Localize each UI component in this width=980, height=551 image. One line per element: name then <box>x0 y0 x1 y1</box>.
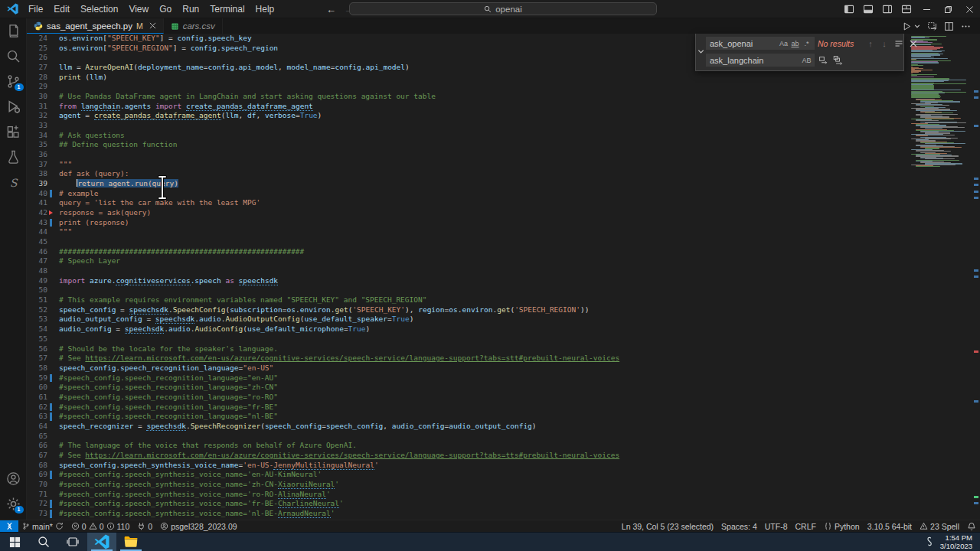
code-line[interactable]: 51# This example requires environment va… <box>27 295 980 305</box>
code-line[interactable]: 62#speech_config.speech_recognition_lang… <box>27 403 980 412</box>
settings-gear-icon[interactable]: 1 <box>0 491 27 517</box>
toggle-panel-icon[interactable] <box>858 0 877 18</box>
menu-terminal[interactable]: Terminal <box>204 0 250 18</box>
code-line[interactable]: 41query = 'list the car make with the le… <box>27 198 980 208</box>
code-line[interactable]: 32agent = create_pandas_dataframe_agent(… <box>27 111 980 121</box>
open-changes-icon[interactable] <box>927 21 937 31</box>
code-line[interactable]: 33 <box>27 121 980 131</box>
start-button[interactable] <box>0 533 29 551</box>
toggle-secondary-sidebar-icon[interactable] <box>877 0 897 18</box>
taskbar-search-icon[interactable] <box>29 533 58 551</box>
code-line[interactable]: 69#speech_config.speech_synthesis_voice_… <box>27 470 980 480</box>
toggle-primary-sidebar-icon[interactable] <box>839 0 858 18</box>
code-line[interactable]: 73#speech_config.speech_synthesis_voice_… <box>27 509 980 519</box>
taskbar-clock[interactable]: 1:54 PM 3/10/2023 <box>940 533 972 550</box>
code-line[interactable]: 29 <box>27 82 980 92</box>
find-next-icon[interactable]: ↓ <box>879 39 890 48</box>
code-line[interactable]: 35## Define question function <box>27 140 980 150</box>
minimap[interactable] <box>911 36 971 520</box>
split-editor-icon[interactable] <box>944 21 954 31</box>
taskbar-explorer-icon[interactable] <box>116 533 145 551</box>
source-control-icon[interactable]: 1 <box>0 69 27 94</box>
testing-icon[interactable] <box>0 145 27 170</box>
spell-checker-status[interactable]: 23 Spell <box>916 520 963 533</box>
explorer-icon[interactable] <box>0 18 27 44</box>
code-line[interactable]: 45 <box>27 237 980 247</box>
indentation-status[interactable]: Spaces: 4 <box>717 520 761 533</box>
eol-status[interactable]: CRLF <box>792 520 820 533</box>
code-line[interactable]: 57# See https://learn.microsoft.com/en-u… <box>27 354 980 364</box>
menu-selection[interactable]: Selection <box>75 0 123 18</box>
menu-run[interactable]: Run <box>177 0 204 18</box>
code-line[interactable]: 34# Ask questions <box>27 131 980 141</box>
code-line[interactable]: 63#speech_config.speech_recognition_lang… <box>27 412 980 422</box>
match-case-icon[interactable]: Aa <box>778 40 789 47</box>
code-line[interactable]: 28print (llm) <box>27 73 980 83</box>
customize-layout-icon[interactable] <box>897 0 916 18</box>
code-line[interactable]: 40# example <box>27 189 980 199</box>
tab-close-icon[interactable] <box>149 22 156 29</box>
remote-indicator[interactable] <box>0 520 18 533</box>
code-line[interactable]: 65 <box>27 432 980 442</box>
code-line[interactable]: 43print (response) <box>27 218 980 228</box>
cursor-position-status[interactable]: Ln 39, Col 5 (23 selected) <box>618 520 717 533</box>
ports-status[interactable]: 0 <box>133 520 156 533</box>
replace-all-icon[interactable] <box>832 55 844 65</box>
code-line[interactable]: 47# Speech Layer <box>27 256 980 266</box>
code-line[interactable]: 58speech_config.speech_recognition_langu… <box>27 364 980 373</box>
code-line[interactable]: 36 <box>27 150 980 160</box>
toggle-replace-chevron-icon[interactable] <box>697 36 704 67</box>
replace-icon[interactable] <box>818 55 829 65</box>
code-line[interactable]: 46######################################… <box>27 247 980 257</box>
close-window-button[interactable] <box>959 0 980 18</box>
sas-extension-icon[interactable]: S <box>0 170 27 195</box>
notifications-bell-icon[interactable] <box>963 520 980 533</box>
language-mode-status[interactable]: Python <box>820 520 864 533</box>
python-environment-status[interactable]: psgel328_2023.09 <box>156 520 240 533</box>
code-line[interactable]: 66# The language of the voice that respo… <box>27 441 980 451</box>
run-debug-icon[interactable] <box>0 94 27 119</box>
code-line[interactable]: 56# Should be the locale for the speaker… <box>27 344 980 354</box>
find-in-selection-icon[interactable] <box>893 39 904 48</box>
run-python-file-icon[interactable] <box>902 21 912 31</box>
find-previous-icon[interactable]: ↑ <box>865 39 876 48</box>
git-branch-status[interactable]: main* <box>18 520 67 533</box>
overview-ruler[interactable] <box>973 34 980 520</box>
code-line[interactable]: 70#speech_config.speech_synthesis_voice_… <box>27 480 980 490</box>
navigate-back-icon[interactable]: ← <box>326 4 336 15</box>
menu-go[interactable]: Go <box>154 0 177 18</box>
code-line[interactable]: 37""" <box>27 160 980 170</box>
taskbar-vscode-icon[interactable] <box>87 533 116 551</box>
python-version-status[interactable]: 3.10.5 64-bit <box>864 520 916 533</box>
task-view-icon[interactable] <box>58 533 87 551</box>
code-line[interactable]: 53audio_output_config = speechsdk.audio.… <box>27 315 980 324</box>
code-line[interactable]: 38def ask (query): <box>27 169 980 179</box>
code-line[interactable]: 64speech_recognizer = speechsdk.SpeechRe… <box>27 422 980 432</box>
code-line[interactable]: 31from langchain.agents import create_pa… <box>27 102 980 112</box>
problems-status[interactable]: 0 0 110 <box>67 520 133 533</box>
menu-view[interactable]: View <box>123 0 154 18</box>
code-line[interactable]: 54audio_config = speechsdk.audio.AudioCo… <box>27 324 980 334</box>
menu-file[interactable]: File <box>23 0 48 18</box>
command-center-search[interactable]: openai <box>349 2 657 15</box>
find-input[interactable]: ask_openai Aa ab .* <box>706 37 815 50</box>
more-actions-icon[interactable] <box>961 21 971 31</box>
close-find-icon[interactable] <box>907 40 919 47</box>
code-line[interactable]: 67# See https://learn.microsoft.com/en-u… <box>27 451 980 461</box>
encoding-status[interactable]: UTF-8 <box>761 520 792 533</box>
code-line[interactable]: 48 <box>27 266 980 276</box>
editor[interactable]: 24os.environ["SPEECH_KEY"] = config.spee… <box>27 34 980 520</box>
code-line[interactable]: 52speech_config = speechsdk.SpeechConfig… <box>27 305 980 315</box>
code-line[interactable]: 72#speech_config.speech_synthesis_voice_… <box>27 499 980 509</box>
search-sidebar-icon[interactable] <box>0 44 27 69</box>
preserve-case-icon[interactable]: AB <box>801 57 812 64</box>
run-dropdown-chevron-icon[interactable] <box>914 23 920 29</box>
restore-button[interactable] <box>937 0 959 18</box>
code-line[interactable]: 61#speech_config.speech_recognition_lang… <box>27 393 980 403</box>
tab-sas-agent-speech[interactable]: sas_agent_speech.py M <box>27 18 164 34</box>
minimize-button[interactable] <box>916 0 937 18</box>
tab-cars-csv[interactable]: cars.csv <box>164 18 223 34</box>
regex-icon[interactable]: .* <box>801 40 812 47</box>
code-line[interactable]: 68speech_config.speech_synthesis_voice_n… <box>27 461 980 471</box>
code-line[interactable]: 44""" <box>27 227 980 237</box>
